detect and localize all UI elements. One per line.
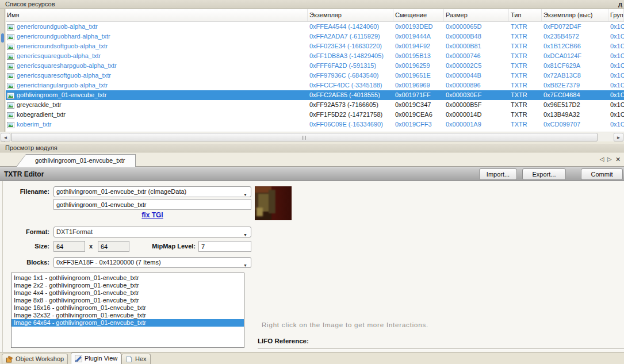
table-row[interactable]: koberim_txtr0xFF06C09E (-16334690)0x0019… bbox=[6, 120, 624, 129]
commit-button[interactable]: Commit bbox=[581, 168, 623, 180]
view-tabbar: Object Workshop Plugin View Hex bbox=[0, 352, 624, 364]
table-row[interactable]: genericsquareguob-alpha_txtr0xFF1DB8A3 (… bbox=[6, 51, 624, 61]
tab-object-workshop-label: Object Workshop bbox=[16, 354, 64, 364]
format-dropdown[interactable]: DXT1Format ▼ bbox=[53, 227, 251, 237]
chevron-down-icon: ▼ bbox=[243, 260, 247, 268]
table-row[interactable]: genericroundguob-alpha_txtr0xFFEA4544 (-… bbox=[6, 22, 624, 32]
scrollbar-thumb[interactable] bbox=[11, 133, 598, 141]
txtr-editor-title: TXTR Editor bbox=[4, 167, 44, 181]
filename-dropdown[interactable]: gothlivingroom_01-envcube_txtr (cImageDa… bbox=[53, 186, 251, 197]
clipped-title-text: д bbox=[618, 0, 622, 9]
tab-gothlivingroom[interactable]: gothlivingroom_01-envcube_txtr bbox=[16, 154, 136, 167]
resource-name: genericroundsoftguob-alpha_txtr bbox=[17, 41, 108, 51]
tab-hex[interactable]: Hex bbox=[121, 354, 151, 364]
image-resource-icon bbox=[7, 63, 14, 69]
format-label: Format: bbox=[0, 227, 49, 237]
image-resource-icon bbox=[7, 112, 14, 118]
resource-name: genericsquareguob-alpha_txtr bbox=[17, 51, 101, 61]
mipmap-label: MipMap Level: bbox=[138, 241, 196, 252]
resource-name: koberim_txtr bbox=[17, 120, 52, 129]
tab-plugin-view-label: Plugin View bbox=[85, 354, 117, 363]
blocks-dropdown[interactable]: 0xFF3EA18F - 0x41200000 (7 Items) ▼ bbox=[53, 257, 251, 268]
resource-list-title: Список ресурсов bbox=[5, 1, 55, 7]
scroll-right-icon[interactable]: ► bbox=[614, 133, 623, 141]
table-row[interactable]: genericroundguobhard-alpha_txtr0xFFA2ADA… bbox=[6, 32, 624, 41]
collapsed-tree-splitter[interactable] bbox=[0, 9, 5, 142]
module-view-titlebar: Просмотр модуля bbox=[0, 144, 624, 152]
image-resource-icon bbox=[7, 102, 14, 108]
module-view-title: Просмотр модуля bbox=[5, 144, 58, 151]
resource-table-header: Имя Экземпляр Смещение Размер Тип Экземп… bbox=[6, 9, 624, 22]
chevron-down-icon: ▼ bbox=[243, 230, 247, 237]
mipmap-image-listbox[interactable]: Image 1x1 - gothlivingroom_01-envcube_tx… bbox=[11, 273, 244, 348]
resource-name: greycrackle_txtr bbox=[17, 100, 62, 110]
size-separator: x bbox=[87, 241, 94, 252]
lifo-separator bbox=[258, 348, 624, 350]
column-header-instance[interactable]: Экземпляр bbox=[308, 9, 393, 21]
tab-scroll-next-icon[interactable]: ▷ bbox=[606, 156, 613, 162]
mipmap-input[interactable] bbox=[198, 241, 251, 252]
list-item[interactable]: Image 1x1 - gothlivingroom_01-envcube_tx… bbox=[12, 274, 244, 282]
resource-list-titlebar: Список ресурсов д bbox=[0, 0, 624, 9]
tab-label: gothlivingroom_01-envcube_txtr bbox=[17, 155, 135, 167]
image-resource-icon bbox=[7, 33, 14, 40]
format-dropdown-value: DXT1Format bbox=[56, 228, 93, 235]
table-row[interactable]: greycrackle_txtr0xFF92A573 (-7166605)0x0… bbox=[6, 100, 624, 110]
export-button[interactable]: Export... bbox=[522, 168, 566, 180]
list-item[interactable]: Image 8x8 - gothlivingroom_01-envcube_tx… bbox=[12, 297, 244, 304]
column-header-offset[interactable]: Смещение bbox=[393, 9, 444, 21]
column-header-group[interactable]: Группа bbox=[608, 9, 624, 21]
hex-page-icon bbox=[125, 355, 133, 363]
scroll-left-icon[interactable]: ◄ bbox=[1, 133, 10, 141]
txtr-editor-header: TXTR Editor Import... Export... Commit bbox=[0, 167, 624, 181]
column-header-size[interactable]: Размер bbox=[444, 9, 509, 21]
tab-plugin-view[interactable]: Plugin View bbox=[71, 352, 121, 364]
image-resource-icon bbox=[7, 24, 14, 30]
table-row[interactable]: generictriangularguob-alpha_txtr0xFFCCF4… bbox=[6, 81, 624, 90]
image-resource-icon bbox=[7, 72, 14, 79]
image-resource-icon bbox=[7, 53, 14, 59]
lifo-reference-label: LIFO Reference: bbox=[258, 338, 309, 344]
blocks-dropdown-value: 0xFF3EA18F - 0x41200000 (7 Items) bbox=[56, 259, 161, 266]
scrollbar-grip-icon bbox=[302, 136, 307, 140]
fix-tgi-link[interactable]: fix TGI bbox=[141, 211, 163, 219]
resource-name: genericsquaresoftguob-alpha_txtr bbox=[17, 71, 111, 81]
resource-name: genericsquaresharpguob-alpha_txtr bbox=[17, 61, 117, 71]
tab-scroll-prev-icon[interactable]: ◁ bbox=[598, 156, 606, 162]
column-header-type[interactable]: Тип bbox=[509, 9, 542, 21]
filename-input[interactable] bbox=[53, 199, 251, 210]
module-tabstrip: gothlivingroom_01-envcube_txtr ◁ ▷ ✕ bbox=[0, 153, 624, 167]
size-height-input[interactable] bbox=[98, 241, 129, 252]
resource-rows: genericroundguob-alpha_txtr0xFFEA4544 (-… bbox=[6, 22, 624, 132]
list-item[interactable]: Image 64x64 - gothlivingroom_01-envcube_… bbox=[12, 319, 244, 327]
filename-label: Filename: bbox=[0, 186, 49, 197]
filename-dropdown-value: gothlivingroom_01-envcube_txtr (cImageDa… bbox=[56, 188, 186, 195]
table-row[interactable]: genericsquaresoftguob-alpha_txtr0xFF9793… bbox=[6, 71, 624, 81]
size-label: Size: bbox=[0, 241, 49, 252]
column-header-name[interactable]: Имя bbox=[6, 9, 308, 21]
tab-close-icon[interactable]: ✕ bbox=[614, 156, 622, 163]
list-item[interactable]: Image 32x32 - gothlivingroom_01-envcube_… bbox=[12, 312, 244, 319]
image-resource-icon bbox=[7, 121, 14, 128]
tab-object-workshop[interactable]: Object Workshop bbox=[2, 354, 68, 364]
column-header-instance-high[interactable]: Экземпляр (выс) bbox=[542, 9, 608, 21]
resource-name: genericroundguobhard-alpha_txtr bbox=[17, 32, 110, 41]
horizontal-scrollbar[interactable]: ◄ ► bbox=[0, 132, 624, 141]
tab-hex-label: Hex bbox=[135, 354, 147, 364]
blocks-label: Blocks: bbox=[0, 257, 49, 268]
list-item[interactable]: Image 16x16 - gothlivingroom_01-envcube_… bbox=[12, 304, 244, 312]
image-resource-icon bbox=[7, 82, 14, 89]
size-width-input[interactable] bbox=[53, 241, 85, 252]
table-row[interactable]: gothlivingroom_01-envcube_txtr0xFFC2AE85… bbox=[6, 90, 624, 100]
resource-name: gothlivingroom_01-envcube_txtr bbox=[17, 90, 107, 100]
table-row[interactable]: kobegradient_txtr0xFF1F5D22 (-14721758)0… bbox=[6, 110, 624, 120]
list-item[interactable]: Image 4x4 - gothlivingroom_01-envcube_tx… bbox=[12, 289, 244, 297]
table-row[interactable]: genericsquaresharpguob-alpha_txtr0xFFF6F… bbox=[6, 61, 624, 71]
txtr-editor-body: Filename: gothlivingroom_01-envcube_txtr… bbox=[0, 181, 624, 352]
texture-preview-image[interactable] bbox=[255, 186, 292, 220]
list-item[interactable]: Image 2x2 - gothlivingroom_01-envcube_tx… bbox=[12, 282, 244, 289]
import-button[interactable]: Import... bbox=[479, 168, 517, 180]
resource-name: kobegradient_txtr bbox=[17, 110, 66, 120]
table-row[interactable]: genericroundsoftguob-alpha_txtr0xFF023E3… bbox=[6, 41, 624, 51]
workshop-icon bbox=[6, 355, 13, 363]
